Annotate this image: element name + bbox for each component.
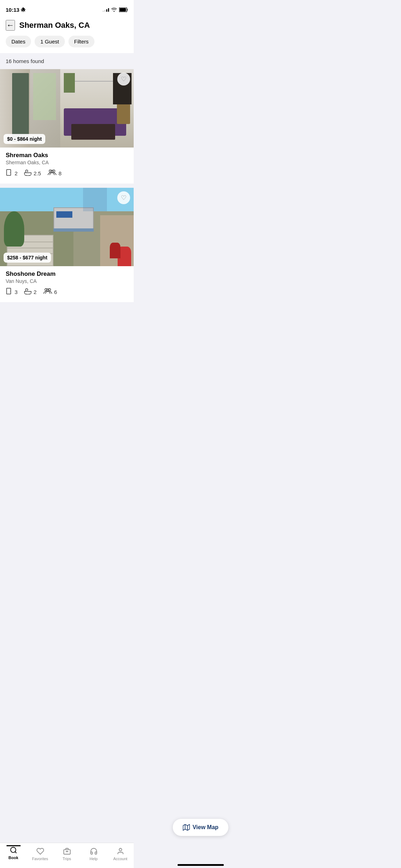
guests-icon [47,169,57,178]
filters-chip[interactable]: Filters [68,36,94,47]
listing-location: Van Nuys, CA [6,278,128,284]
guests-amenity: 6 [43,288,57,296]
bathrooms-count: 2 [34,289,36,295]
bathrooms-amenity: 2.5 [24,169,41,178]
header: ← Sherman Oaks, CA Dates 1 Guest Filters [0,16,134,53]
page-title: Sherman Oaks, CA [19,21,90,30]
listings-container: $0 - $864 night ♡ Shreman Oaks [0,68,134,308]
favorite-button[interactable]: ♡ [117,73,130,86]
listing-card[interactable]: $258 - $677 night ♡ Shoshone Dream Van N… [0,188,134,302]
guests-count: 8 [58,170,61,176]
location-arrow-icon [21,7,26,12]
bath-icon [24,169,32,178]
listing-images: $0 - $864 night ♡ [0,69,134,148]
listing-image-left: $0 - $864 night [0,69,60,148]
listing-card[interactable]: $0 - $864 night ♡ Shreman Oaks [0,69,134,184]
listing-info: Shreman Oaks Sherman Oaks, CA 2 [0,148,134,184]
back-button[interactable]: ← [6,20,15,31]
bathrooms-count: 2.5 [34,170,41,176]
wifi-icon [111,7,117,12]
bedrooms-count: 2 [15,170,17,176]
signal-icon [103,7,109,12]
listing-image-full: $258 - $677 night ♡ [0,188,134,266]
favorite-button[interactable]: ♡ [117,191,130,204]
listing-name: Shreman Oaks [6,152,128,159]
listing-image-right: ♡ [60,69,134,148]
dates-chip[interactable]: Dates [6,36,31,47]
filter-chips: Dates 1 Guest Filters [6,36,128,47]
price-badge: $0 - $864 night [4,134,45,144]
listing-location: Sherman Oaks, CA [6,160,128,165]
listing-amenities: 2 2.5 [6,169,128,178]
listing-info: Shoshone Dream Van Nuys, CA 3 [0,266,134,302]
listing-amenities: 3 2 [6,288,128,296]
guests-chip[interactable]: 1 Guest [35,36,65,47]
status-time: 10:13 [6,7,26,13]
guests-amenity: 8 [47,169,61,178]
guests-icon [43,288,52,296]
results-count: 16 homes found [0,53,134,68]
guests-count: 6 [54,289,57,295]
status-bar: 10:13 [0,0,134,16]
bath-icon [24,288,32,296]
bedrooms-amenity: 3 [6,288,17,296]
bedrooms-amenity: 2 [6,169,17,178]
svg-rect-1 [120,8,126,11]
price-badge: $258 - $677 night [4,253,51,263]
status-icons [103,7,128,12]
battery-icon [119,7,128,12]
count-label: 16 homes found [6,58,44,64]
door-icon [6,288,13,296]
listing-name: Shoshone Dream [6,270,128,278]
bedrooms-count: 3 [15,289,17,295]
time-label: 10:13 [6,7,19,13]
door-icon [6,169,13,178]
bathrooms-amenity: 2 [24,288,36,296]
